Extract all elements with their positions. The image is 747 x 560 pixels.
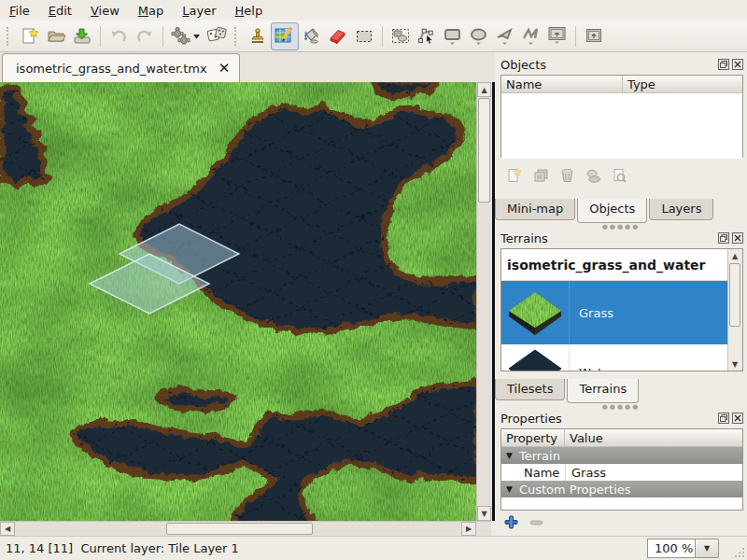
select-objects-button[interactable] xyxy=(388,23,414,49)
insert-tile-icon xyxy=(546,25,569,48)
status-bar: 11, 14 [11] Current layer: Tile Layer 1 … xyxy=(0,536,747,560)
scroll-up-arrow[interactable]: ▲ xyxy=(728,249,741,262)
insert-image-button[interactable] xyxy=(581,23,607,49)
close-panel-icon[interactable] xyxy=(732,232,743,244)
tab-layers[interactable]: Layers xyxy=(649,199,713,220)
objects-toolbar xyxy=(495,158,747,191)
insert-tile-button[interactable] xyxy=(544,23,571,49)
commands-button[interactable] xyxy=(168,23,204,49)
rectangular-select-button[interactable] xyxy=(351,23,377,49)
menu-help[interactable]: Help xyxy=(235,4,263,18)
property-group-label: Custom Properties xyxy=(519,483,631,497)
insert-polygon-button[interactable] xyxy=(492,23,518,49)
document-tab[interactable]: isometric_grass_and_water.tmx ✕ xyxy=(2,53,240,83)
close-panel-icon[interactable] xyxy=(732,413,743,424)
duplicate-object-icon xyxy=(532,167,549,184)
horizontal-scroll-thumb[interactable] xyxy=(166,523,313,535)
insert-rectangle-button[interactable] xyxy=(440,23,466,49)
collapse-triangle-icon[interactable]: ▼ xyxy=(506,484,513,494)
remove-property-button[interactable] xyxy=(529,519,543,526)
scroll-up-arrow[interactable]: ▲ xyxy=(477,82,491,97)
property-value[interactable]: Grass xyxy=(565,464,742,481)
collapse-triangle-icon[interactable]: ▼ xyxy=(506,451,513,460)
insert-ellipse-icon xyxy=(468,25,490,48)
objects-column-name[interactable]: Name xyxy=(501,76,623,92)
tab-mini-map[interactable]: Mini-map xyxy=(495,199,575,220)
vertical-scrollbar[interactable]: ▲ ▼ xyxy=(476,82,492,521)
main-toolbar xyxy=(0,21,747,52)
scroll-right-arrow[interactable]: ▶ xyxy=(461,522,476,536)
menu-edit[interactable]: Edit xyxy=(49,4,72,18)
float-panel-icon[interactable] xyxy=(718,59,729,70)
insert-polygon-icon xyxy=(494,25,516,48)
terrain-item-grass[interactable]: Grass xyxy=(501,281,742,344)
menu-bar: File Edit View Map Layer Help xyxy=(0,0,747,21)
tab-close-icon[interactable]: ✕ xyxy=(218,62,231,76)
horizontal-scrollbar[interactable]: ◀ ▶ xyxy=(0,521,491,537)
property-group-terrain[interactable]: ▼ Terrain xyxy=(501,447,742,464)
terrains-scrollbar[interactable]: ▲ ▼ xyxy=(727,249,742,371)
toolbar-separator xyxy=(382,26,383,47)
scroll-down-arrow[interactable]: ▼ xyxy=(728,357,741,371)
add-property-button[interactable] xyxy=(504,515,518,529)
close-panel-icon[interactable] xyxy=(732,59,743,70)
redo-button[interactable] xyxy=(132,23,158,49)
object-properties-button[interactable] xyxy=(609,165,629,186)
remove-object-button[interactable] xyxy=(557,165,577,186)
bucket-fill-button[interactable] xyxy=(299,23,325,49)
float-panel-icon[interactable] xyxy=(718,413,729,424)
zoom-dropdown-button[interactable]: ▼ xyxy=(696,539,719,558)
stamp-brush-button[interactable] xyxy=(245,23,271,49)
terrain-item-water[interactable]: Water xyxy=(501,344,742,371)
menu-map[interactable]: Map xyxy=(138,4,163,18)
move-object-icon xyxy=(584,167,602,184)
menu-layer[interactable]: Layer xyxy=(182,4,216,18)
toolbar-drag-handle[interactable] xyxy=(7,27,12,46)
properties-column-property[interactable]: Property xyxy=(501,429,565,446)
move-object-button[interactable] xyxy=(583,165,603,186)
toolbar-drag-handle[interactable] xyxy=(234,27,240,46)
zoom-input[interactable]: 100 % xyxy=(647,539,696,558)
inspect-object-icon xyxy=(611,167,627,184)
add-object-button[interactable] xyxy=(504,165,525,186)
vertical-scroll-thumb[interactable] xyxy=(478,98,490,203)
menu-view[interactable]: View xyxy=(91,4,120,18)
objects-list-empty[interactable] xyxy=(501,93,742,159)
random-mode-button[interactable] xyxy=(204,23,230,49)
insert-polyline-icon xyxy=(520,25,543,48)
tab-terrains[interactable]: Terrains xyxy=(567,379,639,403)
properties-column-value[interactable]: Value xyxy=(565,429,742,446)
map-pane: isometric_grass_and_water.tmx ✕ xyxy=(0,52,495,536)
undo-button[interactable] xyxy=(106,23,132,49)
objects-panel-title-bar: Objects xyxy=(495,56,747,73)
scroll-left-arrow[interactable]: ◀ xyxy=(0,522,15,536)
properties-toolbar xyxy=(495,511,747,529)
insert-ellipse-button[interactable] xyxy=(466,23,492,49)
insert-polyline-button[interactable] xyxy=(518,23,544,49)
tab-objects[interactable]: Objects xyxy=(577,199,647,223)
terrain-brush-icon xyxy=(274,25,296,48)
open-button[interactable] xyxy=(43,23,69,49)
scroll-down-arrow[interactable]: ▼ xyxy=(477,506,491,521)
float-panel-icon[interactable] xyxy=(718,232,729,244)
eraser-button[interactable] xyxy=(325,23,351,49)
resize-grip[interactable] xyxy=(734,547,745,558)
map-canvas[interactable] xyxy=(0,82,476,521)
new-button[interactable] xyxy=(17,23,43,49)
document-tab-label: isometric_grass_and_water.tmx xyxy=(16,62,207,76)
objects-column-type[interactable]: Type xyxy=(623,76,742,92)
new-file-icon xyxy=(20,26,40,47)
tab-tilesets[interactable]: Tilesets xyxy=(495,379,565,400)
zoom-combo[interactable]: 100 % ▼ xyxy=(647,539,719,558)
menu-file[interactable]: File xyxy=(9,4,30,18)
properties-empty-row xyxy=(501,497,742,510)
terrains-scroll-thumb[interactable] xyxy=(729,263,740,327)
property-group-custom[interactable]: ▼ Custom Properties xyxy=(501,481,742,497)
edit-polygons-button[interactable] xyxy=(414,23,440,49)
save-button[interactable] xyxy=(69,23,95,49)
dock-tab-bar-top: Mini-map Objects Layers xyxy=(495,199,747,224)
terrain-brush-button[interactable] xyxy=(271,22,299,50)
property-row-name[interactable]: Name Grass xyxy=(501,464,742,481)
tileset-name-header: isometric_grass_and_water xyxy=(501,249,742,281)
duplicate-object-button[interactable] xyxy=(530,165,551,186)
